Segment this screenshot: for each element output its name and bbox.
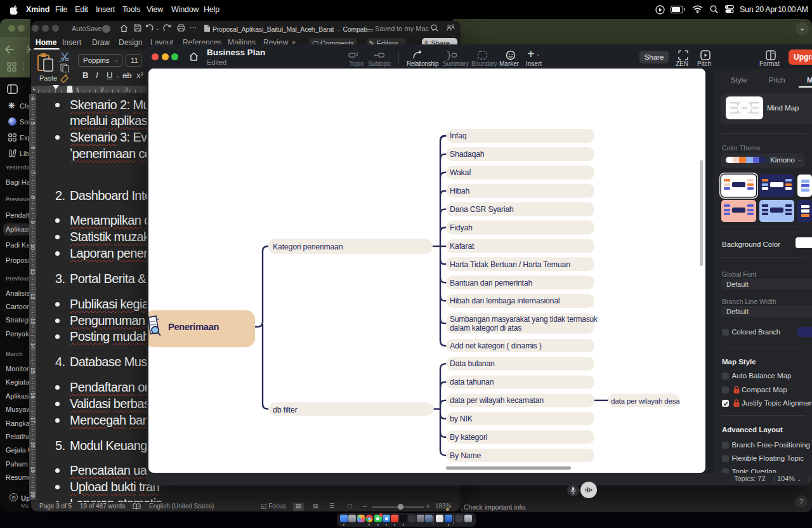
svg-text:Kafarat: Kafarat — [450, 242, 475, 251]
svg-text:Infaq: Infaq — [450, 131, 467, 140]
svg-text:Fidyah: Fidyah — [450, 223, 473, 232]
svg-text:data per wilayah desa: data per wilayah desa — [611, 397, 680, 405]
svg-text:Dana CSR Syariah: Dana CSR Syariah — [450, 205, 514, 214]
svg-text:Wakaf: Wakaf — [450, 168, 471, 177]
svg-text:by NIK: by NIK — [450, 414, 473, 423]
svg-text:data tahunan: data tahunan — [450, 378, 494, 386]
svg-text:dalam kategori di atas: dalam kategori di atas — [450, 324, 521, 333]
svg-text:Kategori penerimaan: Kategori penerimaan — [273, 242, 343, 251]
svg-text:Harta Tidak Bertuan / Harta Te: Harta Tidak Bertuan / Harta Temuan — [450, 260, 570, 269]
svg-text:Sumbangan masyarakat yang tida: Sumbangan masyarakat yang tidak termasuk — [450, 315, 598, 324]
svg-text:Bantuan dari pemerintah: Bantuan dari pemerintah — [450, 279, 532, 287]
svg-text:Hibah dari lembaga internasion: Hibah dari lembaga internasional — [450, 296, 560, 305]
svg-text:Penerimaan: Penerimaan — [168, 322, 219, 332]
svg-text:Hibah: Hibah — [450, 187, 469, 195]
svg-text:Shadaqah: Shadaqah — [450, 150, 485, 159]
svg-text:By kategori: By kategori — [450, 433, 487, 442]
svg-text:data per wilayah kecamatan: data per wilayah kecamatan — [450, 396, 544, 405]
svg-text:db filter: db filter — [273, 406, 298, 414]
svg-text:Add net kategori ( dinamis ): Add net kategori ( dinamis ) — [450, 341, 542, 350]
svg-text:By Name: By Name — [450, 451, 481, 460]
svg-text:Data bulanan: Data bulanan — [450, 359, 495, 368]
